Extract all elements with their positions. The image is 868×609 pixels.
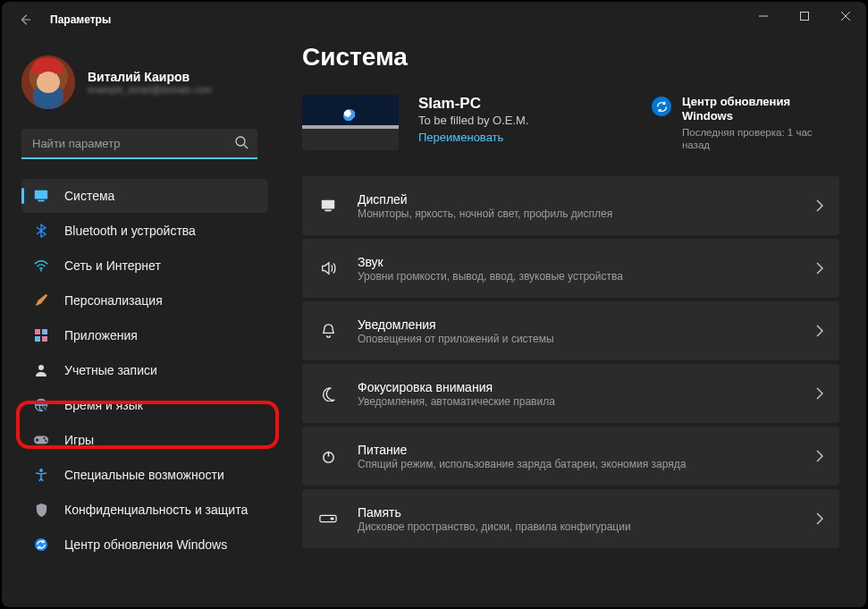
titlebar: Параметры bbox=[2, 2, 866, 38]
card-title: Звук bbox=[358, 255, 806, 269]
card-power[interactable]: Питание Спящий режим, использование заря… bbox=[302, 427, 839, 486]
main-pane: Система Slam-PC To be filled by O.E.M. П… bbox=[277, 38, 866, 607]
sound-icon bbox=[318, 258, 338, 278]
chevron-right-icon bbox=[815, 450, 823, 462]
sidebar-item-privacy[interactable]: Конфиденциальность и защита bbox=[21, 493, 268, 527]
svg-point-13 bbox=[44, 437, 46, 439]
monitor-icon bbox=[318, 196, 338, 216]
svg-point-14 bbox=[45, 440, 46, 442]
shield-icon bbox=[32, 501, 50, 519]
card-notif[interactable]: Уведомления Оповещения от приложений и с… bbox=[302, 301, 839, 360]
device-thumbnail bbox=[302, 95, 399, 150]
card-storage[interactable]: Память Дисковое пространство, диски, пра… bbox=[302, 489, 839, 548]
svg-rect-0 bbox=[801, 13, 809, 21]
svg-point-15 bbox=[39, 469, 43, 472]
svg-point-16 bbox=[35, 538, 47, 551]
sidebar-item-label: Персонализация bbox=[64, 293, 163, 308]
card-subtitle: Дисковое пространство, диски, правила ко… bbox=[358, 520, 806, 533]
svg-rect-21 bbox=[331, 518, 334, 520]
card-focus[interactable]: Фокусировка внимания Уведомления, автома… bbox=[302, 364, 839, 423]
svg-rect-17 bbox=[322, 200, 334, 209]
card-subtitle: Мониторы, яркость, ночной свет, профиль … bbox=[358, 207, 806, 220]
card-subtitle: Спящий режим, использование заряда батар… bbox=[358, 458, 806, 470]
search-icon bbox=[234, 135, 249, 149]
svg-rect-3 bbox=[38, 200, 44, 202]
settings-window: Параметры Виталий Каиров example_email@d… bbox=[2, 2, 866, 607]
card-title: Фокусировка внимания bbox=[358, 380, 806, 394]
wifi-icon bbox=[32, 257, 50, 275]
update-subtitle: Последняя проверка: 1 час назад bbox=[682, 126, 839, 152]
device-name: Slam-PC bbox=[418, 95, 529, 113]
avatar bbox=[21, 55, 75, 109]
sync-icon bbox=[652, 97, 671, 116]
settings-card-list: Дисплей Мониторы, яркость, ночной свет, … bbox=[302, 176, 839, 548]
svg-point-4 bbox=[40, 269, 42, 271]
svg-point-1 bbox=[236, 137, 245, 146]
close-icon bbox=[841, 12, 850, 21]
sidebar-item-accounts[interactable]: Учетные записи bbox=[21, 353, 268, 387]
device-subtitle: To be filled by O.E.M. bbox=[418, 114, 529, 127]
svg-rect-7 bbox=[35, 336, 40, 342]
card-subtitle: Уведомления, автоматические правила bbox=[358, 395, 806, 408]
card-subtitle: Оповещения от приложений и системы bbox=[358, 333, 806, 345]
apps-icon bbox=[32, 326, 50, 344]
globe-icon bbox=[32, 396, 50, 414]
arrow-left-icon bbox=[19, 13, 31, 26]
sidebar-item-accessibility[interactable]: Специальные возможности bbox=[21, 458, 268, 492]
windows-update-block[interactable]: Центр обновления Windows Последняя прове… bbox=[652, 95, 839, 151]
page-title: Система bbox=[302, 43, 839, 72]
search-box bbox=[21, 129, 257, 159]
chevron-right-icon bbox=[815, 262, 823, 275]
sidebar-item-bluetooth[interactable]: Bluetooth и устройства bbox=[21, 214, 268, 248]
user-name: Виталий Каиров bbox=[88, 70, 212, 84]
storage-icon bbox=[318, 509, 338, 529]
sidebar-item-label: Система bbox=[64, 189, 114, 203]
card-title: Питание bbox=[358, 443, 806, 457]
sync-icon bbox=[32, 536, 50, 554]
sidebar: Виталий Каиров example_email@domain.com … bbox=[2, 38, 277, 607]
chevron-right-icon bbox=[815, 199, 823, 212]
maximize-button[interactable] bbox=[784, 2, 825, 30]
svg-rect-18 bbox=[324, 210, 331, 212]
rename-link[interactable]: Переименовать bbox=[418, 131, 529, 144]
svg-rect-8 bbox=[42, 336, 47, 342]
sidebar-item-system[interactable]: Система bbox=[21, 179, 268, 213]
maximize-icon bbox=[800, 12, 809, 21]
moon-icon bbox=[318, 384, 338, 403]
svg-point-9 bbox=[38, 365, 44, 370]
sidebar-item-personalize[interactable]: Персонализация bbox=[21, 283, 268, 317]
sidebar-item-network[interactable]: Сеть и Интернет bbox=[21, 249, 268, 283]
svg-rect-6 bbox=[42, 329, 47, 334]
monitor-icon bbox=[32, 187, 50, 205]
close-button[interactable] bbox=[825, 2, 866, 30]
user-block[interactable]: Виталий Каиров example_email@domain.com bbox=[21, 55, 268, 109]
minimize-button[interactable] bbox=[743, 2, 784, 30]
card-title: Уведомления bbox=[358, 317, 806, 332]
sidebar-item-label: Учетные записи bbox=[64, 363, 157, 377]
update-title: Центр обновления Windows bbox=[682, 95, 839, 124]
back-button[interactable] bbox=[16, 11, 34, 29]
search-input[interactable] bbox=[21, 129, 257, 159]
sidebar-item-time[interactable]: Время и язык bbox=[21, 388, 268, 422]
chevron-right-icon bbox=[815, 325, 823, 337]
nav-list: СистемаBluetooth и устройстваСеть и Инте… bbox=[21, 179, 268, 562]
gamepad-icon bbox=[32, 431, 50, 449]
svg-rect-20 bbox=[320, 516, 336, 522]
svg-rect-5 bbox=[35, 329, 40, 334]
sidebar-item-label: Время и язык bbox=[64, 398, 143, 412]
sidebar-item-apps[interactable]: Приложения bbox=[21, 318, 268, 352]
sidebar-item-gaming[interactable]: Игры bbox=[21, 423, 268, 457]
power-icon bbox=[318, 446, 338, 466]
device-row: Slam-PC To be filled by O.E.M. Переимено… bbox=[302, 95, 839, 151]
bluetooth-icon bbox=[32, 222, 50, 240]
user-email: example_email@domain.com bbox=[88, 85, 212, 95]
chevron-right-icon bbox=[815, 387, 823, 400]
card-display[interactable]: Дисплей Мониторы, яркость, ночной свет, … bbox=[302, 176, 839, 235]
bell-icon bbox=[318, 321, 338, 341]
minimize-icon bbox=[759, 12, 768, 21]
sidebar-item-update[interactable]: Центр обновления Windows bbox=[21, 528, 268, 562]
sidebar-item-label: Игры bbox=[64, 433, 94, 447]
access-icon bbox=[32, 466, 50, 484]
card-sound[interactable]: Звук Уровни громкости, вывод, ввод, звук… bbox=[302, 239, 839, 298]
chevron-right-icon bbox=[815, 512, 823, 525]
